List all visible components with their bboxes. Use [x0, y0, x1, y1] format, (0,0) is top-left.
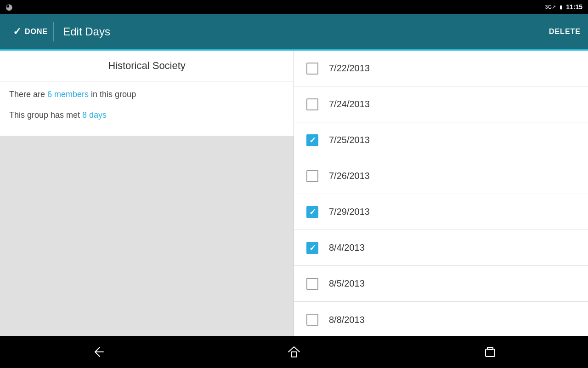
- svg-rect-1: [291, 352, 297, 357]
- checkbox-container: [305, 97, 320, 112]
- group-stats: There are 6 members in this group This g…: [0, 81, 294, 136]
- checkmark-icon: ✓: [13, 26, 21, 38]
- date-row[interactable]: 7/26/2013: [294, 158, 588, 194]
- checkbox-container: [305, 169, 320, 184]
- status-bar-left: ◕: [6, 2, 542, 12]
- group-name: Historical Society: [0, 51, 294, 81]
- checkbox-unchecked[interactable]: [306, 314, 318, 326]
- checkbox-checked[interactable]: ✓: [306, 242, 318, 254]
- date-text: 7/29/2013: [329, 207, 370, 217]
- date-row[interactable]: ✓8/4/2013: [294, 230, 588, 266]
- checkbox-unchecked[interactable]: [306, 278, 318, 290]
- date-text: 7/24/2013: [329, 99, 370, 109]
- checkbox-checked[interactable]: ✓: [306, 134, 318, 146]
- delete-button[interactable]: DELETE: [549, 28, 581, 36]
- done-button[interactable]: ✓ DONE: [7, 22, 54, 41]
- checkbox-container: [305, 61, 320, 76]
- main-content: Historical Society There are 6 members i…: [0, 51, 588, 336]
- date-row[interactable]: 7/24/2013: [294, 86, 588, 122]
- checkbox-container: ✓: [305, 205, 320, 219]
- date-row[interactable]: ✓7/29/2013: [294, 194, 588, 230]
- recents-button[interactable]: [476, 343, 504, 361]
- checkbox-container: ✓: [305, 133, 320, 148]
- checkbox-unchecked[interactable]: [306, 98, 318, 110]
- page-title: Edit Days: [63, 25, 549, 38]
- group-info-card: Historical Society There are 6 members i…: [0, 51, 294, 136]
- date-text: 8/8/2013: [329, 315, 365, 325]
- date-row[interactable]: 8/5/2013: [294, 266, 588, 302]
- done-label: DONE: [25, 28, 48, 36]
- home-button[interactable]: [280, 343, 308, 361]
- members-stat: There are 6 members in this group: [9, 89, 284, 100]
- status-time: 11:15: [566, 3, 582, 11]
- date-text: 8/4/2013: [329, 242, 365, 253]
- back-button[interactable]: [84, 343, 112, 361]
- date-row[interactable]: 7/22/2013: [294, 51, 588, 86]
- dates-list: 7/22/20137/24/2013✓7/25/20137/26/2013✓7/…: [294, 51, 588, 336]
- date-row[interactable]: 8/8/2013: [294, 302, 588, 336]
- checkbox-unchecked[interactable]: [306, 63, 318, 75]
- date-text: 7/26/2013: [329, 171, 370, 181]
- date-text: 8/5/2013: [329, 278, 365, 289]
- members-count-span: 6 members: [47, 90, 89, 99]
- status-bar: ◕ 3G↗ ▮ 11:15: [0, 0, 588, 14]
- svg-rect-2: [486, 349, 495, 356]
- checkbox-unchecked[interactable]: [306, 170, 318, 182]
- checkbox-container: ✓: [305, 241, 320, 255]
- battery-icon: ▮: [560, 4, 562, 10]
- svg-rect-3: [487, 347, 493, 350]
- checkbox-checked[interactable]: ✓: [306, 206, 318, 218]
- left-panel: Historical Society There are 6 members i…: [0, 51, 294, 336]
- app-icon: ◕: [6, 2, 13, 12]
- nav-bar: [0, 336, 588, 368]
- date-row[interactable]: ✓7/25/2013: [294, 122, 588, 158]
- signal-icon: 3G↗: [545, 4, 556, 10]
- checkbox-container: [305, 276, 320, 291]
- days-stat: This group has met 8 days: [9, 109, 284, 121]
- days-count-span: 8 days: [82, 110, 107, 120]
- date-text: 7/25/2013: [329, 135, 370, 145]
- date-text: 7/22/2013: [329, 63, 370, 74]
- checkbox-container: [305, 312, 320, 327]
- action-bar: ✓ DONE Edit Days DELETE: [0, 14, 588, 51]
